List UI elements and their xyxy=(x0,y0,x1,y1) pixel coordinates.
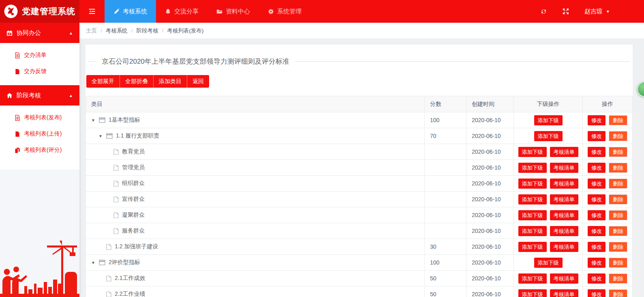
delete-button[interactable]: 删除 xyxy=(609,147,627,157)
party-emblem-icon xyxy=(4,4,18,18)
user-menu[interactable]: 赵吉琼 ▼ xyxy=(584,8,610,15)
breadcrumb-item-3[interactable]: 阶段考核 xyxy=(137,27,158,34)
table-row: ▼1基本型指标1002020-06-10添加下级修改删除 xyxy=(86,112,633,128)
checklist-button[interactable]: 考核清单 xyxy=(550,163,578,173)
delete-button[interactable]: 删除 xyxy=(609,289,627,297)
add-child-button[interactable]: 添加下级 xyxy=(518,226,547,236)
content-area: 京石公司2020年上半年基层党支部领导力测评细则及评分标准 全部展开全部折叠添加… xyxy=(79,39,644,297)
checklist-button[interactable]: 考核清单 xyxy=(550,242,578,252)
delete-button[interactable]: 删除 xyxy=(609,258,627,268)
nav-tab-4[interactable]: 系统管理 xyxy=(259,0,310,23)
checklist-button[interactable]: 考核清单 xyxy=(550,289,578,297)
caret-down-icon[interactable]: ▼ xyxy=(91,118,96,123)
add-child-button[interactable]: 添加下级 xyxy=(518,273,547,284)
divider-dash xyxy=(88,61,97,62)
user-name: 赵吉琼 xyxy=(584,8,603,15)
checklist-button[interactable]: 考核清单 xyxy=(550,147,578,157)
checklist-button[interactable]: 考核清单 xyxy=(550,194,578,204)
sidebar-menu: 协同办公▲交办清单交办反馈阶段考核▲考核列表(发布)考核列表(上传)考核列表(评… xyxy=(0,23,79,170)
add-child-button[interactable]: 添加下级 xyxy=(518,242,547,252)
add-child-button[interactable]: 添加下级 xyxy=(518,147,547,157)
tree-node: ▼2.2工作业绩 xyxy=(91,291,419,297)
sidebar-section-1[interactable]: 协同办公▲ xyxy=(0,23,79,43)
delete-button[interactable]: 删除 xyxy=(609,210,627,220)
checklist-button[interactable]: 考核清单 xyxy=(550,179,578,189)
expand-all-button[interactable]: 全部展开 xyxy=(86,75,120,88)
fullscreen-icon[interactable] xyxy=(563,8,569,15)
delete-button[interactable]: 删除 xyxy=(609,226,627,236)
sidebar-items: 考核列表(发布)考核列表(上传)考核列表(评分) xyxy=(0,105,79,164)
sidebar-item-1-1[interactable]: 交办清单 xyxy=(0,47,79,63)
edit-button[interactable]: 修改 xyxy=(588,115,605,125)
delete-button[interactable]: 删除 xyxy=(609,115,627,125)
caret-down-icon[interactable]: ▼ xyxy=(98,134,103,138)
caret-down-icon: ▼ xyxy=(606,9,610,14)
edit-button[interactable]: 修改 xyxy=(588,179,605,189)
category-label: 管理党员 xyxy=(122,164,145,171)
nav-tab-3[interactable]: 资料中心 xyxy=(208,0,259,23)
caret-down-icon[interactable]: ▼ xyxy=(91,260,96,265)
delete-button[interactable]: 删除 xyxy=(609,194,627,204)
add-child-button[interactable]: 添加下级 xyxy=(518,163,547,173)
delete-button[interactable]: 删除 xyxy=(609,163,627,173)
delete-button[interactable]: 删除 xyxy=(609,242,627,252)
score-cell xyxy=(425,207,466,223)
refresh-icon[interactable] xyxy=(540,8,547,15)
add-child-button[interactable]: 添加下级 xyxy=(534,258,563,268)
checklist-button[interactable]: 考核清单 xyxy=(550,210,578,220)
app-logo-block[interactable]: 党建管理系统 xyxy=(0,0,79,23)
sidebar-item-2-2[interactable]: 考核列表(上传) xyxy=(0,126,79,142)
edit-button[interactable]: 修改 xyxy=(588,131,605,141)
delete-button[interactable]: 删除 xyxy=(609,131,627,141)
sidebar-item-2-1[interactable]: 考核列表(发布) xyxy=(0,110,79,126)
checklist-button[interactable]: 考核清单 xyxy=(550,273,578,284)
back-button[interactable]: 返回 xyxy=(187,75,209,88)
top-navbar: 党建管理系统 考核系统交流分享资料中心系统管理 赵吉琼 ▼ xyxy=(0,0,644,23)
edit-button[interactable]: 修改 xyxy=(588,258,605,268)
created-cell: 2020-06-10 xyxy=(466,112,514,128)
collapse-all-button[interactable]: 全部折叠 xyxy=(120,75,154,88)
column-header-5: 操作 xyxy=(583,96,633,112)
sidebar-items: 交办清单交办反馈 xyxy=(0,43,79,85)
add-category-button[interactable]: 添加类目 xyxy=(154,75,187,88)
score-cell: 50 xyxy=(425,286,466,297)
sidebar-item-2-3[interactable]: 考核列表(评分) xyxy=(0,142,79,158)
sub-actions-cell: 添加下级考核清单 xyxy=(514,207,583,223)
sidebar-item-1-2[interactable]: 交办反馈 xyxy=(0,63,79,80)
category-cell: ▼教育党员 xyxy=(86,144,425,160)
add-child-button[interactable]: 添加下级 xyxy=(534,131,563,141)
column-header-1: 类目 xyxy=(86,96,425,112)
add-child-button[interactable]: 添加下级 xyxy=(518,179,547,189)
edit-button[interactable]: 修改 xyxy=(588,242,605,252)
add-child-button[interactable]: 添加下级 xyxy=(518,289,547,297)
delete-button[interactable]: 删除 xyxy=(609,273,627,284)
checklist-button[interactable]: 考核清单 xyxy=(550,226,578,236)
nav-tab-2[interactable]: 交流分享 xyxy=(156,0,208,23)
score-cell xyxy=(425,223,466,239)
edit-button[interactable]: 修改 xyxy=(588,289,605,297)
sub-actions-cell: 添加下级考核清单 xyxy=(514,286,583,297)
page-icon xyxy=(113,181,119,187)
tree-node: ▼教育党员 xyxy=(91,148,419,155)
breadcrumb-item-1[interactable]: 主页 xyxy=(86,27,97,34)
add-child-button[interactable]: 添加下级 xyxy=(518,210,547,220)
caret-up-icon: ▲ xyxy=(69,93,73,98)
breadcrumb-item-2[interactable]: 考核系统 xyxy=(106,27,128,34)
nav-tab-1[interactable]: 考核系统 xyxy=(105,0,156,23)
sub-actions-cell: 添加下级考核清单 xyxy=(514,192,583,207)
table-row: ▼凝聚群众2020-06-10添加下级考核清单修改删除 xyxy=(86,207,633,223)
sidebar-collapse-icon[interactable] xyxy=(79,0,105,23)
edit-button[interactable]: 修改 xyxy=(588,147,605,157)
add-child-button[interactable]: 添加下级 xyxy=(518,194,547,204)
add-child-button[interactable]: 添加下级 xyxy=(534,115,563,125)
created-cell: 2020-06-10 xyxy=(466,192,514,207)
edit-button[interactable]: 修改 xyxy=(588,194,605,204)
edit-button[interactable]: 修改 xyxy=(588,273,605,284)
edit-button[interactable]: 修改 xyxy=(588,163,605,173)
sidebar-section-2[interactable]: 阶段考核▲ xyxy=(0,85,79,105)
edit-button[interactable]: 修改 xyxy=(588,226,605,236)
caret-up-icon: ▲ xyxy=(69,31,73,35)
actions-cell: 修改删除 xyxy=(583,207,633,223)
edit-button[interactable]: 修改 xyxy=(588,210,605,220)
delete-button[interactable]: 删除 xyxy=(609,179,627,189)
